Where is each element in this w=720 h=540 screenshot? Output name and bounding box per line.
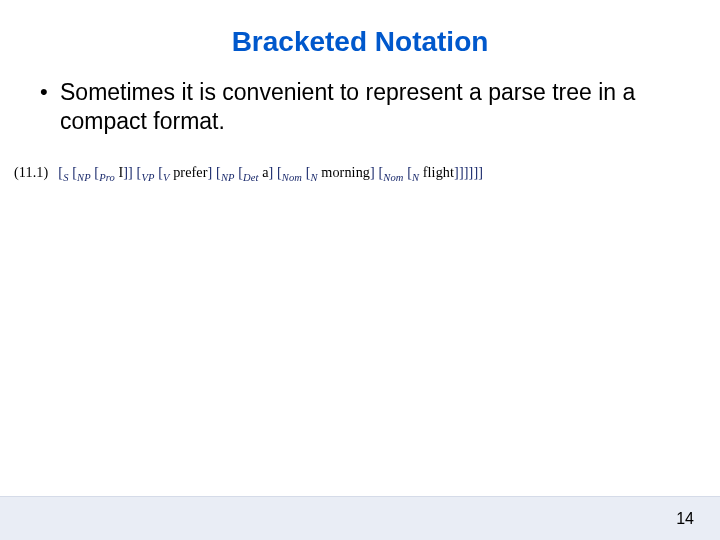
- nonterminal-label: Pro: [99, 172, 115, 183]
- terminal-word: morning: [321, 164, 370, 180]
- bracket: ]: [370, 164, 375, 180]
- page-number: 14: [676, 510, 694, 528]
- terminal-word: flight: [423, 164, 454, 180]
- nonterminal-label: S: [63, 172, 68, 183]
- bracket: ]]: [123, 164, 133, 180]
- bracket: ]]]]]]: [454, 164, 483, 180]
- footer-bar: 14: [0, 496, 720, 540]
- equation-number: (11.1): [14, 164, 48, 180]
- nonterminal-label: VP: [141, 172, 154, 183]
- nonterminal-label: N: [412, 172, 419, 183]
- bullet-dot: •: [40, 78, 60, 106]
- bracket: ]: [208, 164, 213, 180]
- nonterminal-label: Nom: [383, 172, 403, 183]
- nonterminal-label: V: [163, 172, 170, 183]
- bracket: ]: [269, 164, 274, 180]
- nonterminal-label: NP: [221, 172, 235, 183]
- nonterminal-label: NP: [77, 172, 91, 183]
- nonterminal-label: Det: [243, 172, 258, 183]
- terminal-word: prefer: [173, 164, 207, 180]
- slide-title: Bracketed Notation: [0, 0, 720, 68]
- slide: Bracketed Notation • Sometimes it is con…: [0, 0, 720, 540]
- bullet-text: Sometimes it is convenient to represent …: [60, 78, 680, 136]
- nonterminal-label: N: [310, 172, 317, 183]
- bullet-list: • Sometimes it is convenient to represen…: [0, 68, 720, 136]
- notation-tokens: [S [NP [Pro I]] [VP [V prefer] [NP [Det …: [58, 164, 483, 180]
- bracketed-notation: (11.1)[S [NP [Pro I]] [VP [V prefer] [NP…: [0, 164, 720, 183]
- nonterminal-label: Nom: [282, 172, 302, 183]
- bullet-item: • Sometimes it is convenient to represen…: [40, 78, 680, 136]
